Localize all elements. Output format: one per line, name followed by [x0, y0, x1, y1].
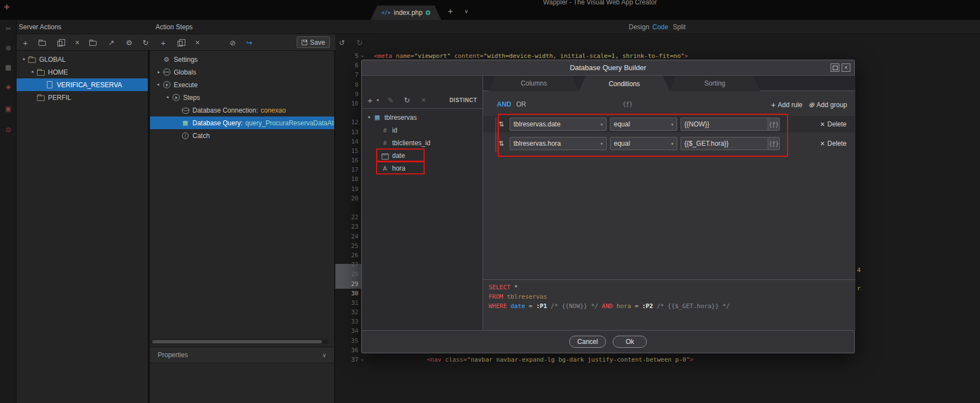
close-icon[interactable]: × — [842, 63, 850, 72]
line-number: 22 — [335, 213, 358, 222]
table-grid-icon: ▦ — [181, 119, 190, 128]
server-action-home[interactable]: ▸HOME — [17, 66, 148, 78]
new-folder-button[interactable] — [36, 34, 47, 51]
components-tool-icon[interactable]: ◈ — [0, 83, 17, 91]
server-action-icon — [45, 81, 54, 89]
delete-condition-button[interactable]: Delete — [820, 120, 847, 129]
drag-handle-icon[interactable] — [499, 140, 510, 147]
new-tab-button[interactable]: + — [448, 7, 453, 17]
scrollbar-thumb[interactable] — [152, 340, 322, 343]
disable-step-button[interactable] — [227, 34, 238, 51]
condition-field-select[interactable]: tblreservas.date — [510, 118, 607, 131]
add-rule-button[interactable]: Add rule — [771, 100, 802, 109]
condition-operator-select[interactable]: equal — [610, 137, 677, 150]
tree-item-label: tblclientes_id — [392, 139, 430, 147]
condition-value: {{$_GET.hora}} — [684, 140, 729, 147]
circled-plus-icon — [808, 100, 815, 109]
step-steps[interactable]: ▸Steps — [150, 91, 334, 104]
step-database-connection[interactable]: Database Connection:conexao — [150, 104, 334, 116]
expand-arrow-icon[interactable]: ▸ — [156, 70, 162, 75]
horizontal-scrollbar — [151, 340, 329, 344]
ok-button[interactable]: Ok — [613, 336, 647, 348]
data-binding-icon[interactable]: {ƒ} — [768, 137, 780, 150]
document-tab-index-php[interactable]: </> index.php — [371, 6, 441, 20]
field-date[interactable]: date — [362, 149, 483, 162]
maximize-icon[interactable] — [831, 63, 839, 72]
open-folder-button[interactable] — [87, 34, 98, 51]
view-toggle-design[interactable]: Design — [629, 23, 649, 31]
step-settings[interactable]: ⚙Settings — [150, 53, 334, 66]
server-action-verifica-reserva[interactable]: VERIFICA_RESERVA — [17, 78, 148, 91]
line-number: 29 — [335, 279, 358, 289]
goto-code-button[interactable] — [244, 34, 255, 51]
line-number: 15 — [335, 146, 358, 156]
tab-conditions[interactable]: Conditions — [579, 76, 670, 92]
tab-columns[interactable]: Columns — [489, 76, 579, 91]
duplicate-action-button[interactable] — [55, 34, 66, 51]
table-grid-icon: ▦ — [373, 113, 382, 122]
line-number: 10 — [335, 99, 358, 108]
data-binding-icon[interactable]: {ƒ} — [623, 101, 633, 107]
refresh-actions-button[interactable] — [140, 34, 151, 51]
data-binding-icon[interactable]: {ƒ} — [768, 118, 780, 131]
cancel-button[interactable]: Cancel — [569, 336, 606, 348]
add-step-button[interactable] — [158, 34, 169, 51]
view-toggle-split[interactable]: Split — [673, 23, 686, 31]
condition-field-select[interactable]: tblreservas.hora — [510, 137, 607, 150]
add-field-caret-icon[interactable] — [375, 91, 381, 109]
field-tblreservas[interactable]: ▸▦tblreservas — [362, 111, 483, 124]
export-action-button[interactable] — [106, 34, 117, 51]
inspector-tool-icon[interactable]: ⊙ — [0, 126, 17, 134]
step-database-query[interactable]: ▦Database Query:query_ProcuraReservaData… — [150, 116, 334, 129]
condition-value-input[interactable]: {{$_GET.hora}} — [681, 137, 768, 150]
condition-operator-select[interactable]: equal — [610, 118, 677, 131]
tree-item-value: query_ProcuraReservaDataAtua — [245, 119, 334, 127]
folder-icon — [28, 55, 36, 64]
undo-button[interactable] — [336, 34, 347, 51]
field-id[interactable]: #id — [362, 124, 483, 136]
delete-action-button[interactable] — [72, 34, 83, 51]
field-tblclientes-id[interactable]: #tblclientes_id — [362, 136, 483, 149]
save-button[interactable]: Save — [297, 36, 330, 48]
refresh-fields-button[interactable] — [403, 91, 411, 109]
step-execute[interactable]: ▸Execute — [150, 78, 334, 91]
grid-tool-icon[interactable]: ▦ — [0, 63, 17, 71]
tab-list-chevron-icon[interactable]: ∨ — [464, 8, 468, 14]
condition-value-input[interactable]: {{NOW}} — [681, 118, 768, 131]
edit-field-button[interactable] — [386, 91, 395, 109]
actions-settings-button[interactable] — [124, 34, 135, 51]
line-number: 33 — [335, 317, 358, 326]
sql-line: WHERE date = :P1 /* {{NOW}} */ AND hora … — [489, 301, 730, 311]
or-toggle[interactable]: OR — [516, 100, 526, 108]
step-catch[interactable]: !Catch — [150, 129, 334, 142]
redo-button[interactable] — [354, 34, 365, 51]
condition-rows: tblreservas.dateequal{{NOW}}{ƒ}Deletetbl… — [483, 116, 855, 155]
tab-sorting[interactable]: Sorting — [670, 76, 760, 91]
field-hora[interactable]: Ahora — [362, 162, 483, 174]
view-toggle-code[interactable]: Code — [652, 23, 668, 31]
server-action-global[interactable]: ▸GLOBAL — [17, 53, 148, 66]
add-group-button[interactable]: Add group — [808, 100, 847, 109]
cut-tool-icon[interactable]: ✂ — [0, 25, 17, 33]
tree-item-label: VERIFICA_RESERVA — [57, 81, 122, 89]
chevron-down-icon[interactable] — [322, 352, 326, 359]
and-toggle[interactable]: AND — [497, 100, 511, 108]
panels-tool-icon[interactable]: ▣ — [0, 105, 17, 113]
window-title: Wappler - The Visual Web App Creator — [543, 0, 657, 6]
pin-tool-icon[interactable]: ✚ — [4, 3, 9, 11]
copy-step-button[interactable] — [175, 34, 186, 51]
server-action-perfil[interactable]: PERFIL — [17, 91, 148, 104]
delete-condition-button[interactable]: Delete — [820, 139, 847, 148]
properties-bar[interactable]: Properties — [150, 347, 334, 363]
selected-operator: equal — [614, 120, 630, 128]
delete-step-button[interactable] — [192, 34, 203, 51]
remove-field-button[interactable] — [419, 91, 428, 109]
distinct-label[interactable]: DISTINCT — [449, 91, 477, 109]
add-field-button[interactable] — [366, 91, 374, 109]
new-action-button[interactable] — [20, 34, 31, 51]
delete-label: Delete — [827, 140, 847, 147]
step-globals[interactable]: ▸Globals — [150, 66, 334, 78]
line-number — [335, 203, 358, 213]
connections-tool-icon[interactable]: ⊚ — [0, 44, 17, 52]
drag-handle-icon[interactable] — [499, 120, 510, 128]
